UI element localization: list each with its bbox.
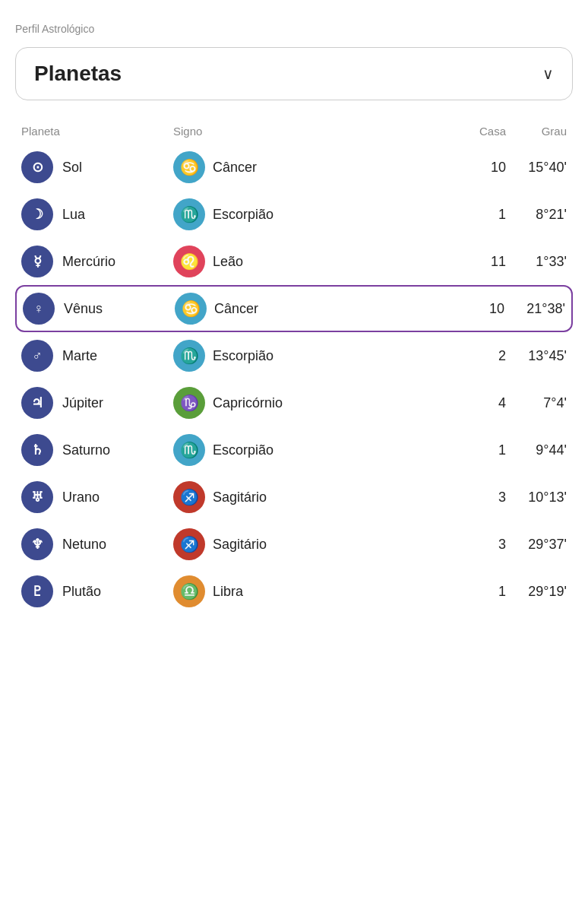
- planet-name-saturno: Saturno: [62, 442, 110, 458]
- planet-name-sol: Sol: [62, 160, 82, 176]
- sign-name-saturno: Escorpião: [213, 442, 273, 458]
- planet-name-marte: Marte: [62, 348, 97, 364]
- grau-urano: 10°13': [506, 490, 567, 505]
- sign-name-venus: Câncer: [214, 301, 258, 317]
- planet-icon-marte: ♂: [21, 340, 53, 372]
- planet-icon-sol: ⊙: [21, 151, 53, 183]
- table-row-marte[interactable]: ♂ Marte ♏ Escorpião 2 13°45': [15, 332, 573, 379]
- casa-plutao: 1: [460, 584, 506, 600]
- sign-icon-saturno: ♏: [173, 434, 205, 466]
- planet-cell-mercurio: ☿ Mercúrio: [21, 246, 173, 277]
- planet-name-lua: Lua: [62, 207, 85, 223]
- planet-cell-venus: ♀ Vênus: [23, 293, 175, 325]
- table-row-netuno[interactable]: ♆ Netuno ♐ Sagitário 3 29°37': [15, 521, 573, 568]
- casa-lua: 1: [460, 207, 506, 223]
- sign-name-urano: Sagitário: [213, 490, 267, 505]
- grau-plutao: 29°19': [506, 584, 567, 600]
- planet-cell-saturno: ♄ Saturno: [21, 434, 173, 466]
- table-row-lua[interactable]: ☽ Lua ♏ Escorpião 1 8°21': [15, 191, 573, 238]
- grau-sol: 15°40': [506, 160, 567, 176]
- chevron-down-icon: ∨: [542, 65, 554, 83]
- planet-cell-sol: ⊙ Sol: [21, 151, 173, 183]
- planet-cell-jupiter: ♃ Júpiter: [21, 387, 173, 419]
- sign-icon-mercurio: ♌: [173, 246, 205, 277]
- casa-mercurio: 11: [460, 254, 506, 270]
- sign-cell-saturno: ♏ Escorpião: [173, 434, 460, 466]
- table-row-venus[interactable]: ♀ Vênus ♋ Câncer 10 21°38': [15, 285, 573, 332]
- sign-name-netuno: Sagitário: [213, 537, 267, 553]
- sign-cell-jupiter: ♑ Capricórnio: [173, 387, 460, 419]
- sign-icon-lua: ♏: [173, 198, 205, 230]
- planet-cell-lua: ☽ Lua: [21, 198, 173, 230]
- planet-table: ⊙ Sol ♋ Câncer 10 15°40' ☽ Lua ♏ Escorpi…: [15, 144, 573, 615]
- planet-icon-venus: ♀: [23, 293, 55, 325]
- sign-cell-lua: ♏ Escorpião: [173, 198, 460, 230]
- header-signo: Signo: [173, 125, 460, 138]
- planet-name-venus: Vênus: [64, 301, 103, 317]
- planet-icon-lua: ☽: [21, 198, 53, 230]
- dropdown-label: Planetas: [34, 62, 122, 86]
- sign-cell-urano: ♐ Sagitário: [173, 481, 460, 513]
- header-grau: Grau: [506, 125, 567, 138]
- casa-sol: 10: [460, 160, 506, 176]
- planet-name-jupiter: Júpiter: [62, 395, 103, 411]
- planet-icon-saturno: ♄: [21, 434, 53, 466]
- sign-name-marte: Escorpião: [213, 348, 273, 364]
- sign-icon-jupiter: ♑: [173, 387, 205, 419]
- table-row-saturno[interactable]: ♄ Saturno ♏ Escorpião 1 9°44': [15, 426, 573, 474]
- casa-saturno: 1: [460, 442, 506, 458]
- table-row-sol[interactable]: ⊙ Sol ♋ Câncer 10 15°40': [15, 144, 573, 191]
- sign-icon-netuno: ♐: [173, 528, 205, 560]
- grau-marte: 13°45': [506, 348, 567, 364]
- sign-icon-marte: ♏: [173, 340, 205, 372]
- sign-cell-venus: ♋ Câncer: [175, 293, 459, 325]
- grau-jupiter: 7°4': [506, 395, 567, 411]
- casa-marte: 2: [460, 348, 506, 364]
- sign-cell-netuno: ♐ Sagitário: [173, 528, 460, 560]
- grau-venus: 21°38': [504, 301, 565, 317]
- planet-icon-netuno: ♆: [21, 528, 53, 560]
- sign-icon-venus: ♋: [175, 293, 207, 325]
- sign-name-mercurio: Leão: [213, 254, 243, 270]
- sign-icon-sol: ♋: [173, 151, 205, 183]
- planet-icon-plutao: ♇: [21, 575, 53, 607]
- casa-urano: 3: [460, 490, 506, 505]
- casa-jupiter: 4: [460, 395, 506, 411]
- planet-name-netuno: Netuno: [62, 537, 106, 553]
- planet-cell-plutao: ♇ Plutão: [21, 575, 173, 607]
- planet-cell-marte: ♂ Marte: [21, 340, 173, 372]
- header-planeta: Planeta: [21, 125, 173, 138]
- sign-cell-sol: ♋ Câncer: [173, 151, 460, 183]
- table-row-plutao[interactable]: ♇ Plutão ♎ Libra 1 29°19': [15, 568, 573, 615]
- planet-icon-urano: ♅: [21, 481, 53, 513]
- sign-icon-plutao: ♎: [173, 575, 205, 607]
- planet-name-urano: Urano: [62, 490, 100, 505]
- planet-name-mercurio: Mercúrio: [62, 254, 115, 270]
- table-row-jupiter[interactable]: ♃ Júpiter ♑ Capricórnio 4 7°4': [15, 379, 573, 426]
- sign-name-sol: Câncer: [213, 160, 257, 176]
- sign-cell-mercurio: ♌ Leão: [173, 246, 460, 277]
- planet-icon-mercurio: ☿: [21, 246, 53, 277]
- planet-cell-urano: ♅ Urano: [21, 481, 173, 513]
- planetas-dropdown[interactable]: Planetas ∨: [15, 47, 573, 100]
- grau-saturno: 9°44': [506, 442, 567, 458]
- sign-icon-urano: ♐: [173, 481, 205, 513]
- sign-cell-plutao: ♎ Libra: [173, 575, 460, 607]
- grau-mercurio: 1°33': [506, 254, 567, 270]
- sign-name-jupiter: Capricórnio: [213, 395, 283, 411]
- sign-name-plutao: Libra: [213, 584, 243, 600]
- table-header: Planeta Signo Casa Grau: [15, 122, 573, 141]
- header-casa: Casa: [460, 125, 506, 138]
- page-title: Perfil Astrológico: [15, 23, 573, 35]
- grau-netuno: 29°37': [506, 537, 567, 553]
- table-row-urano[interactable]: ♅ Urano ♐ Sagitário 3 10°13': [15, 474, 573, 521]
- table-row-mercurio[interactable]: ☿ Mercúrio ♌ Leão 11 1°33': [15, 238, 573, 285]
- sign-name-lua: Escorpião: [213, 207, 273, 223]
- planet-icon-jupiter: ♃: [21, 387, 53, 419]
- casa-netuno: 3: [460, 537, 506, 553]
- planet-cell-netuno: ♆ Netuno: [21, 528, 173, 560]
- sign-cell-marte: ♏ Escorpião: [173, 340, 460, 372]
- planet-name-plutao: Plutão: [62, 584, 101, 600]
- casa-venus: 10: [459, 301, 504, 317]
- grau-lua: 8°21': [506, 207, 567, 223]
